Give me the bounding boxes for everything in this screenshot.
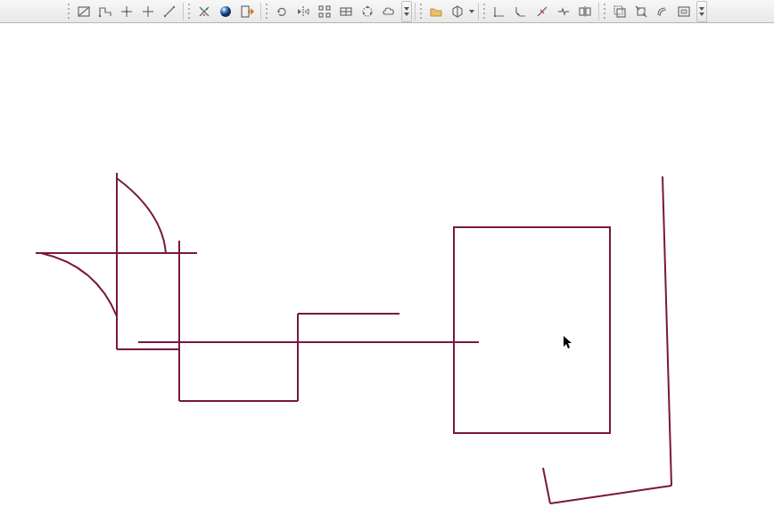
symmetry-icon — [578, 4, 592, 19]
svg-point-39 — [517, 12, 519, 14]
svg-marker-33 — [404, 7, 409, 11]
toolbar-separator — [260, 3, 261, 20]
svg-point-10 — [173, 5, 175, 7]
profile-icon — [98, 4, 112, 19]
svg-rect-46 — [614, 6, 622, 14]
sketch-line[interactable] — [663, 176, 671, 486]
rect-pattern-icon — [317, 4, 332, 19]
toolbar-separator — [183, 3, 184, 20]
svg-rect-42 — [580, 8, 584, 15]
toolbar-grip[interactable] — [483, 3, 487, 20]
svg-marker-53 — [699, 12, 704, 16]
transform-overflow[interactable] — [401, 1, 412, 22]
svg-point-13 — [201, 8, 202, 10]
point-button[interactable] — [117, 2, 136, 21]
project-icon — [613, 4, 627, 19]
open-sketch-icon — [429, 4, 443, 19]
axis-icon — [141, 4, 155, 19]
output-button[interactable] — [674, 2, 694, 21]
sketch-arc[interactable] — [117, 178, 166, 253]
exit-sketch-button[interactable] — [237, 2, 257, 21]
svg-rect-22 — [319, 6, 323, 10]
toolbar-grip[interactable] — [420, 3, 424, 20]
svg-point-5 — [126, 10, 128, 12]
svg-point-9 — [164, 14, 166, 16]
profile-button[interactable] — [95, 2, 115, 21]
mirror-icon — [296, 4, 310, 19]
symmetry-button[interactable] — [575, 2, 595, 21]
svg-line-8 — [165, 7, 174, 16]
exit-sketch-icon — [240, 4, 254, 19]
edit-overflow[interactable] — [696, 1, 707, 22]
cloud-button[interactable] — [379, 2, 399, 21]
svg-marker-21 — [305, 9, 309, 14]
render-button[interactable] — [216, 2, 235, 21]
toolbar — [0, 0, 774, 23]
sketch-plane-icon — [77, 4, 91, 19]
rect-bound-icon — [339, 4, 353, 19]
break-icon — [556, 4, 571, 19]
svg-rect-17 — [242, 6, 249, 17]
svg-point-32 — [363, 12, 365, 13]
chamfer-button[interactable] — [511, 2, 531, 21]
toolbar-grip[interactable] — [266, 3, 269, 20]
toolbar-grip[interactable] — [188, 3, 192, 20]
sketch-line[interactable] — [543, 468, 550, 503]
axis-button[interactable] — [138, 2, 158, 21]
svg-point-15 — [203, 14, 205, 16]
offset-button[interactable] — [653, 2, 672, 21]
project-button[interactable] — [610, 2, 630, 21]
toolbar-grip[interactable] — [68, 3, 71, 20]
update-button[interactable] — [272, 2, 292, 21]
line-button[interactable] — [160, 2, 179, 21]
toolbar-grip[interactable] — [604, 3, 607, 20]
xy-plane-button[interactable] — [194, 2, 214, 21]
toolbar-separator — [478, 3, 479, 20]
render-icon — [218, 4, 233, 19]
break-button[interactable] — [554, 2, 573, 21]
trim-icon — [535, 4, 549, 19]
hexagon-button[interactable] — [448, 2, 467, 21]
sketch-line[interactable] — [550, 486, 671, 503]
point-icon — [119, 4, 134, 19]
svg-marker-18 — [277, 11, 280, 13]
rect-pattern-button[interactable] — [315, 2, 334, 21]
xy-plane-icon — [197, 4, 211, 19]
mirror-button[interactable] — [293, 2, 313, 21]
trim-button[interactable] — [532, 2, 552, 21]
svg-marker-52 — [699, 7, 704, 11]
rect-bound-button[interactable] — [336, 2, 356, 21]
update-icon — [275, 4, 289, 19]
svg-rect-51 — [681, 10, 687, 13]
offset-icon — [655, 4, 670, 19]
svg-rect-45 — [617, 9, 625, 17]
hexagon-icon — [450, 4, 465, 19]
svg-marker-37 — [469, 10, 474, 13]
svg-rect-23 — [326, 6, 330, 10]
toolbar-separator — [598, 3, 599, 20]
isolate-button[interactable] — [631, 2, 651, 21]
line-icon — [162, 4, 177, 19]
corner-button[interactable] — [490, 2, 509, 21]
svg-point-14 — [206, 8, 208, 10]
svg-marker-20 — [298, 9, 301, 14]
svg-rect-43 — [586, 8, 590, 15]
circ-pattern-button[interactable] — [358, 2, 377, 21]
chamfer-icon — [514, 4, 528, 19]
isolate-icon — [634, 4, 648, 19]
sketch-plane-button[interactable] — [74, 2, 94, 21]
svg-marker-34 — [404, 12, 409, 16]
corner-icon — [492, 4, 506, 19]
svg-point-16 — [220, 6, 231, 17]
svg-rect-25 — [326, 13, 330, 17]
sketch-arc[interactable] — [41, 253, 117, 316]
hexagon-dropdown[interactable] — [468, 3, 475, 20]
svg-point-31 — [370, 12, 372, 13]
output-icon — [677, 4, 691, 19]
svg-rect-24 — [319, 13, 323, 17]
sketch-rect[interactable] — [454, 227, 610, 433]
sketch-canvas[interactable] — [0, 24, 774, 532]
svg-point-29 — [363, 7, 372, 16]
svg-rect-38 — [494, 15, 496, 17]
open-sketch-button[interactable] — [426, 2, 446, 21]
